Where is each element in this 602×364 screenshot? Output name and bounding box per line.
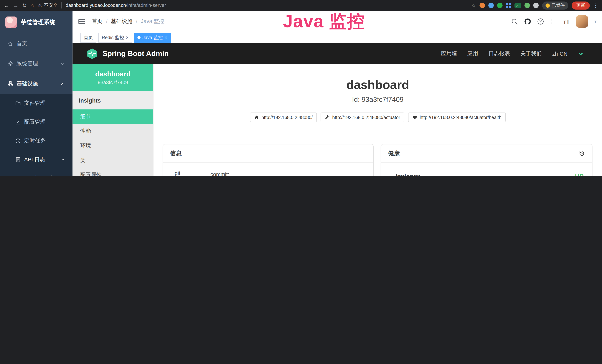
- sba-item-environment[interactable]: 环境: [73, 139, 153, 153]
- help-icon[interactable]: [537, 18, 544, 25]
- sidebar-item-label: 首页: [17, 40, 27, 47]
- puzzle-extensions-icon[interactable]: [533, 3, 538, 8]
- reload-icon[interactable]: ↻: [22, 3, 27, 8]
- sba-nav-wallboard[interactable]: 应用墙: [441, 50, 457, 57]
- health-instance-row: Instance UP: [396, 173, 584, 176]
- sba-locale-select[interactable]: zh-CN: [552, 51, 567, 57]
- security-chip[interactable]: ⚠ 不安全: [38, 2, 57, 9]
- health-key: Instance: [396, 173, 420, 176]
- browser-menu-icon[interactable]: ⋮: [593, 2, 598, 8]
- sidebar-item-label: 定时任务: [24, 137, 46, 144]
- app-logo: 芋道管理系统: [0, 11, 73, 34]
- breadcrumb: 首页 / 基础设施 / Java 监控: [92, 18, 164, 25]
- sba-nav-journal[interactable]: 日志报表: [489, 50, 510, 57]
- tab-redis-monitor[interactable]: Redis 监控 ×: [98, 33, 132, 43]
- home-icon[interactable]: ⌂: [31, 3, 34, 8]
- info-row-git: git commit: time: 1596289704000 id: 27aa…: [175, 165, 364, 176]
- blue-grid-extension-icon[interactable]: [506, 3, 511, 8]
- address-bar[interactable]: dashboard.yudao.iocoder.cn /infra/admin-…: [61, 2, 166, 8]
- edit-icon: [15, 119, 21, 125]
- service-url-link[interactable]: http://192.168.0.2:48080/: [250, 113, 317, 122]
- infrastructure-icon: [8, 81, 13, 86]
- tab-bar: 首页 Redis 监控 × Java 监控 ×: [73, 32, 602, 43]
- sidebar-item-system[interactable]: 系统管理: [0, 54, 73, 74]
- chevron-down-icon[interactable]: [578, 51, 584, 57]
- sidebar-item-file-management[interactable]: 文件管理: [0, 94, 73, 112]
- sba-sidebar: dashboard 93a3fc7f7409 Insights 细节 性能 环境…: [73, 64, 153, 176]
- sba-item-details[interactable]: 细节: [73, 109, 153, 124]
- sba-item-config-props[interactable]: 配置属性: [73, 168, 153, 176]
- update-button[interactable]: 更新: [572, 1, 590, 9]
- infra-submenu: 文件管理 配置管理 定时任务 API 日志 访问日志: [0, 94, 73, 176]
- hamburger-icon[interactable]: [78, 18, 86, 25]
- insights-section-label: Insights: [73, 91, 153, 109]
- paused-label: 已暂停: [552, 2, 565, 8]
- blue-drop-extension-icon[interactable]: [488, 3, 494, 8]
- health-status-badge: UP: [575, 173, 584, 176]
- instance-id: 93a3fc7f7409: [98, 79, 128, 85]
- tab-home[interactable]: 首页: [80, 33, 97, 43]
- health-url-link[interactable]: http://192.168.0.2:48080/actuator/health: [408, 113, 506, 122]
- breadcrumb-infra[interactable]: 基础设施: [111, 18, 132, 25]
- actuator-url-link[interactable]: http://192.168.0.2:48080/actuator: [321, 113, 404, 122]
- github-icon[interactable]: [524, 18, 531, 25]
- close-icon[interactable]: ×: [165, 35, 167, 40]
- document-icon: [15, 157, 21, 162]
- avatar-caret-icon[interactable]: ▾: [594, 19, 597, 24]
- bookmark-star-icon[interactable]: ☆: [472, 2, 476, 8]
- browser-toolbar-right: ☆ on 已暂停 更新 ⋮: [472, 1, 598, 9]
- text-size-icon[interactable]: тT: [563, 18, 570, 25]
- chevron-up-icon: [61, 82, 65, 86]
- home-icon: [8, 41, 13, 47]
- fullscreen-icon[interactable]: [550, 18, 557, 25]
- link-label: http://192.168.0.2:48080/actuator: [332, 115, 400, 120]
- sba-nav-about[interactable]: 关于我们: [520, 50, 542, 57]
- sba-item-classes[interactable]: 类: [73, 153, 153, 168]
- back-icon[interactable]: ←: [4, 3, 9, 8]
- on-badge-extension-icon[interactable]: on: [514, 3, 521, 8]
- breadcrumb-home[interactable]: 首页: [92, 18, 103, 25]
- url-host: dashboard.yudao.iocoder.cn: [66, 3, 126, 8]
- sba-nav-applications[interactable]: 应用: [467, 50, 478, 57]
- close-icon[interactable]: ×: [126, 35, 129, 40]
- warning-icon: ⚠: [38, 3, 42, 8]
- sba-content: dashboard Id: 93a3fc7f7409 http://192.16…: [153, 64, 602, 176]
- main-area: 首页 / 基础设施 / Java 监控 Java 监控 тT ▾ 首页: [73, 11, 602, 176]
- insights-items: 细节 性能 环境 类 配置属性 计划任务: [73, 109, 153, 176]
- sba-body: dashboard 93a3fc7f7409 Insights 细节 性能 环境…: [73, 64, 602, 176]
- sprout-extension-icon[interactable]: [524, 3, 530, 8]
- green-circle-extension-icon[interactable]: [497, 3, 502, 8]
- sidebar-item-label: 访问日志: [33, 175, 54, 176]
- tab-label: Redis 监控: [102, 34, 124, 41]
- sidebar-item-api-log[interactable]: API 日志: [0, 150, 73, 169]
- sidebar-item-infra[interactable]: 基础设施: [0, 74, 73, 94]
- info-card: 信息 git commit: time: 1596289704000 id: 2…: [163, 144, 373, 176]
- app-sidebar: 芋道管理系统 首页 系统管理 基础设施 文件管理: [0, 11, 73, 176]
- history-icon[interactable]: [579, 150, 585, 157]
- sba-item-metrics[interactable]: 性能: [73, 124, 153, 139]
- app-logo-image: [5, 17, 17, 28]
- instance-links: http://192.168.0.2:48080/ http://192.168…: [153, 113, 602, 122]
- instance-header[interactable]: dashboard 93a3fc7f7409: [73, 64, 153, 91]
- forward-icon[interactable]: →: [13, 3, 18, 8]
- orange-extension-icon[interactable]: [479, 3, 485, 8]
- search-icon[interactable]: [511, 18, 518, 25]
- sidebar-item-access-log[interactable]: 访问日志: [0, 169, 73, 176]
- page-title: dashboard: [153, 78, 602, 92]
- tab-java-monitor[interactable]: Java 监控 ×: [134, 33, 171, 43]
- breadcrumb-separator: /: [106, 18, 108, 24]
- wrench-icon: [325, 115, 330, 120]
- breadcrumb-separator: /: [136, 18, 137, 24]
- app-title: 芋道管理系统: [21, 19, 55, 26]
- page-subtitle: Id: 93a3fc7f7409: [153, 96, 602, 104]
- sidebar-item-home[interactable]: 首页: [0, 34, 73, 54]
- user-avatar[interactable]: [576, 15, 588, 28]
- chevron-down-icon: [61, 62, 65, 66]
- sba-nav-menu: 应用墙 应用 日志报表 关于我们 zh-CN: [441, 50, 584, 57]
- paused-profile-chip[interactable]: 已暂停: [542, 1, 568, 9]
- tab-label: Java 监控: [142, 34, 163, 41]
- annotation-java-monitor: Java 监控: [272, 11, 376, 32]
- smiley-avatar-icon: [546, 3, 550, 8]
- sidebar-item-config-management[interactable]: 配置管理: [0, 113, 73, 131]
- sidebar-item-scheduled-jobs[interactable]: 定时任务: [0, 131, 73, 150]
